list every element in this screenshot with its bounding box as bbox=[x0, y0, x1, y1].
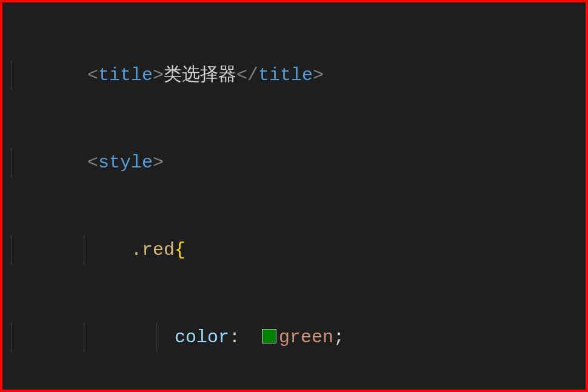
css-property: color bbox=[175, 327, 229, 348]
code-line: <title>类选择器</title> bbox=[2, 61, 586, 90]
code-line: <style> bbox=[2, 148, 586, 177]
angle-bracket: < bbox=[87, 65, 98, 86]
code-line: .red{ bbox=[2, 235, 586, 265]
angle-bracket: > bbox=[153, 152, 164, 173]
css-value: green bbox=[279, 327, 333, 348]
css-colon: : bbox=[229, 327, 251, 348]
html-tag: title bbox=[98, 65, 153, 86]
angle-bracket: > bbox=[153, 65, 164, 86]
html-tag: style bbox=[98, 152, 153, 173]
css-brace: { bbox=[175, 240, 185, 260]
code-block: <title>类选择器</title> <style> .red{ color:… bbox=[2, 2, 586, 392]
angle-bracket: </ bbox=[236, 65, 258, 86]
angle-bracket: > bbox=[313, 65, 324, 86]
angle-bracket: < bbox=[87, 152, 98, 173]
html-tag: title bbox=[258, 65, 313, 86]
code-editor[interactable]: <title>类选择器</title> <style> .red{ color:… bbox=[0, 0, 588, 392]
css-semicolon: ; bbox=[333, 327, 344, 348]
color-swatch-icon[interactable] bbox=[262, 329, 276, 343]
css-selector: .red bbox=[131, 240, 175, 260]
text-content: 类选择器 bbox=[164, 65, 236, 86]
code-line: color: green; bbox=[2, 323, 586, 352]
